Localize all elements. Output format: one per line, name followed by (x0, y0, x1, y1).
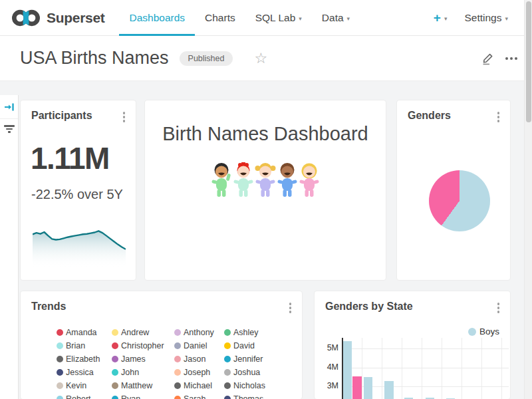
nav-item-label: Charts (205, 12, 235, 24)
chart-menu-icon[interactable] (495, 110, 503, 124)
legend-label: Anthony (184, 328, 214, 337)
legend-item-john[interactable]: John (112, 366, 174, 379)
legend-item-nicholas[interactable]: Nicholas (224, 379, 298, 392)
chart-menu-icon[interactable] (287, 301, 295, 315)
legend-color-dot (57, 342, 63, 349)
legend-item-amanda[interactable]: Amanda (57, 326, 112, 339)
filter-bar-collapsed (0, 95, 19, 399)
gridline (422, 338, 422, 399)
legend-item-anthony[interactable]: Anthony (174, 326, 224, 339)
legend-item-daniel[interactable]: Daniel (174, 339, 224, 352)
legend-item-brian[interactable]: Brian (57, 339, 112, 352)
legend-label: Joshua (233, 368, 260, 377)
legend-color-dot (224, 329, 231, 336)
bar-girls[interactable] (352, 376, 362, 399)
legend-item-robert[interactable]: Robert (57, 392, 112, 399)
legend-label: Brian (66, 341, 85, 350)
legend-item-jennifer[interactable]: Jennifer (224, 352, 298, 366)
bar-boys[interactable] (364, 377, 372, 399)
superset-logo[interactable]: Superset (11, 0, 104, 35)
favorite-star-icon[interactable]: ☆ (254, 51, 267, 66)
legend-color-dot (224, 342, 231, 349)
filter-icon[interactable] (0, 119, 18, 133)
legend-color-dot (57, 356, 63, 362)
chevron-down-icon: ▾ (347, 15, 350, 22)
legend-item-david[interactable]: David (224, 339, 298, 352)
legend-item-andrew[interactable]: Andrew (112, 326, 174, 339)
legend-color-dot (174, 382, 181, 389)
legend-label: Daniel (184, 341, 207, 350)
nav-item-label: SQL Lab (255, 12, 296, 24)
legend-color-dot (57, 382, 63, 389)
chevron-down-icon: ▾ (444, 15, 448, 22)
legend-color-dot (174, 356, 181, 362)
legend-color-dot (112, 356, 118, 362)
nav-item-dashboards[interactable]: Dashboards (119, 0, 195, 35)
legend-item-michael[interactable]: Michael (174, 379, 224, 392)
legend-color-dot (174, 342, 181, 349)
legend-color-dot (57, 329, 63, 336)
nav-item-data[interactable]: Data▾ (312, 0, 360, 35)
legend-label: Matthew (121, 381, 152, 390)
legend-item-kevin[interactable]: Kevin (57, 379, 112, 392)
legend-item-jason[interactable]: Jason (174, 352, 224, 366)
legend-label: Michael (184, 381, 212, 390)
chart-title: Genders (408, 110, 451, 122)
pie-chart (429, 170, 490, 231)
y-axis-tick-label: 4M (315, 362, 338, 372)
nav-item-charts[interactable]: Charts (195, 0, 245, 35)
legend-color-dot (224, 356, 231, 362)
nav-item-sql-lab[interactable]: SQL Lab▾ (245, 0, 312, 35)
gridline (481, 338, 482, 399)
legend-item-christopher[interactable]: Christopher (112, 339, 174, 352)
legend-label: Kevin (66, 381, 86, 390)
legend-item-thomas[interactable]: Thomas (224, 392, 298, 399)
legend-item-elizabeth[interactable]: Elizabeth (57, 352, 112, 366)
dashboard-hero-title: Birth Names Dashboard (145, 123, 386, 145)
chevron-down-icon: ▾ (505, 15, 508, 22)
big-number-value: 1.11M (31, 140, 109, 176)
legend-label: Jessica (66, 368, 94, 377)
gridline (342, 368, 509, 368)
legend-item-jessica[interactable]: Jessica (57, 366, 112, 379)
chart-title: Participants (31, 110, 92, 122)
settings-menu[interactable]: Settings ▾ (464, 12, 508, 24)
baby-illustration (255, 162, 276, 201)
babies-illustration (145, 162, 386, 201)
legend-item-ashley[interactable]: Ashley (224, 326, 298, 339)
nav-item-label: Data (322, 12, 344, 24)
plus-icon: + (434, 11, 441, 24)
edit-pencil-icon[interactable] (481, 51, 495, 66)
legend-item-james[interactable]: James (112, 352, 174, 366)
legend-item-ryan[interactable]: Ryan (112, 392, 174, 399)
settings-label: Settings (464, 12, 501, 24)
new-item-button[interactable]: + ▾ (434, 11, 448, 24)
published-badge[interactable]: Published (180, 51, 233, 66)
legend-item-joseph[interactable]: Joseph (174, 366, 224, 379)
bar-boys[interactable] (343, 341, 352, 399)
legend-item-sarah[interactable]: Sarah (174, 392, 224, 399)
page-scrollbar[interactable] (524, 0, 532, 399)
legend-item-matthew[interactable]: Matthew (112, 379, 174, 392)
expand-filter-bar-button[interactable] (0, 95, 18, 119)
legend-label: Elizabeth (66, 354, 100, 364)
bar-boys[interactable] (384, 381, 394, 399)
gridline (402, 338, 402, 399)
trends-card: Trends AmandaAndrewAnthonyAshleyBrianChr… (20, 291, 303, 399)
baby-illustration (299, 162, 320, 201)
nav-right-group: + ▾ Settings ▾ (434, 0, 508, 35)
scrollbar-thumb[interactable] (526, 1, 531, 122)
legend-item-joshua[interactable]: Joshua (224, 366, 298, 379)
legend-label: Jason (184, 354, 205, 364)
gridline (382, 338, 382, 399)
baby-illustration (233, 162, 254, 201)
participants-card: Participants 1.11M -22.5% over 5Y (20, 100, 136, 281)
superset-app: Superset DashboardsChartsSQL Lab▾Data▾ +… (0, 0, 532, 399)
legend-color-dot (224, 396, 231, 399)
chart-menu-icon[interactable] (120, 110, 128, 124)
baby-illustration (277, 162, 298, 201)
genders-by-state-card: Genders by State Boys 5M4M3M (314, 291, 511, 399)
more-options-icon[interactable] (505, 55, 517, 63)
legend-label: Robert (66, 394, 91, 399)
baby-illustration (211, 162, 232, 201)
